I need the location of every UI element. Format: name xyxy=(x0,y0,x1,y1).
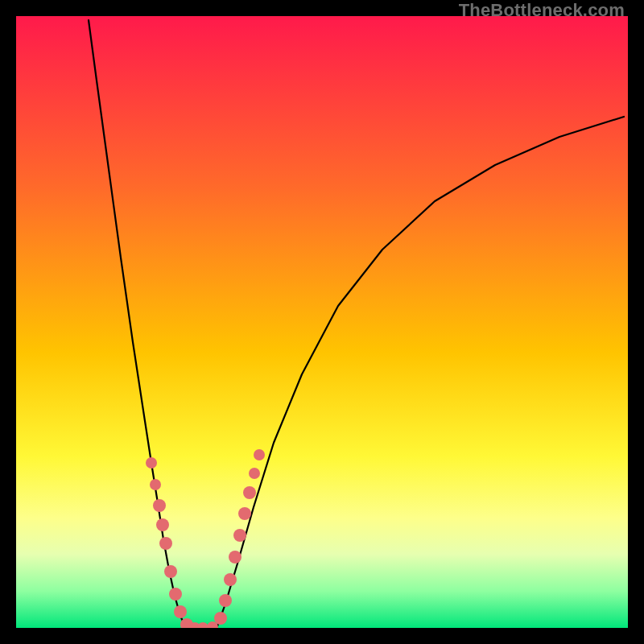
marker-point xyxy=(153,499,166,512)
bottleneck-curve-plot xyxy=(16,16,628,628)
marker-point xyxy=(214,612,227,625)
marker-point xyxy=(249,468,260,479)
marker-point xyxy=(159,537,172,550)
marker-point xyxy=(254,449,265,460)
marker-point xyxy=(229,551,242,564)
marker-point xyxy=(238,507,251,520)
marker-point xyxy=(224,573,237,586)
watermark-label: TheBottleneck.com xyxy=(459,0,625,21)
marker-point xyxy=(233,529,246,542)
bottleneck-curve xyxy=(89,20,624,628)
marker-point xyxy=(146,457,157,469)
chart-area xyxy=(16,16,628,628)
highlight-markers xyxy=(146,449,265,628)
marker-point xyxy=(174,605,187,618)
marker-point xyxy=(156,518,169,531)
marker-point xyxy=(164,565,177,578)
marker-point xyxy=(169,588,182,601)
marker-point xyxy=(219,594,232,607)
marker-point xyxy=(197,622,208,628)
marker-point xyxy=(243,486,256,499)
marker-point xyxy=(150,479,161,490)
